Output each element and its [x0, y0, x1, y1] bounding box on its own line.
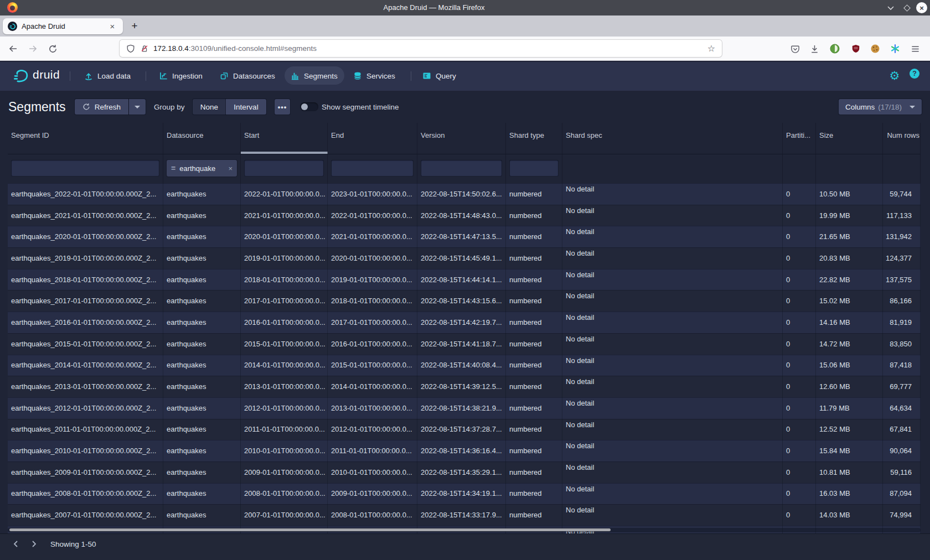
nav-load-data[interactable]: Load data	[84, 61, 131, 91]
back-icon[interactable]	[6, 42, 19, 55]
cell-partition[interactable]: 0	[783, 397, 816, 419]
cell-datasource[interactable]: earthquakes	[163, 247, 241, 269]
table-row[interactable]: earthquakes_2022-01-01T00:00:00.000Z_2..…	[8, 183, 921, 205]
cell-start[interactable]: 2021-01-01T00:00:00.0...	[241, 205, 328, 226]
cell-shard-spec[interactable]: No detail	[562, 247, 783, 269]
cell-shard-spec[interactable]: No detail	[562, 355, 783, 376]
cell-datasource[interactable]: earthquakes	[163, 483, 241, 505]
cell-shard-type[interactable]: numbered	[506, 269, 562, 291]
cell-segment-id[interactable]: earthquakes_2014-01-01T00:00:00.000Z_2..…	[8, 355, 163, 376]
cell-end[interactable]: 2012-01-01T00:00:00.0...	[328, 419, 417, 440]
cell-segment-id[interactable]: earthquakes_2007-01-01T00:00:00.000Z_2..…	[8, 504, 163, 526]
help-icon[interactable]: ?	[910, 69, 919, 79]
nav-ingestion[interactable]: Ingestion	[159, 61, 203, 91]
cell-end[interactable]: 2020-01-01T00:00:00.0...	[328, 247, 417, 269]
group-by-none-button[interactable]: None	[193, 99, 226, 115]
cell-end[interactable]: 2008-01-01T00:00:00.0...	[328, 504, 417, 526]
cell-size[interactable]: 15.06 MB	[816, 355, 883, 376]
cell-version[interactable]: 2022-08-15T14:44:14.1...	[417, 269, 506, 291]
cell-num-rows[interactable]: 124,377	[883, 247, 921, 269]
druid-brand-text[interactable]: druid	[33, 68, 60, 81]
cell-shard-type[interactable]: numbered	[506, 226, 562, 247]
table-row[interactable]: earthquakes_2016-01-01T00:00:00.000Z_2..…	[8, 312, 921, 333]
window-maximize-button[interactable]	[905, 0, 910, 15]
table-row[interactable]: earthquakes_2010-01-01T00:00:00.000Z_2..…	[8, 440, 921, 462]
cell-start[interactable]: 2013-01-01T00:00:00.0...	[241, 376, 328, 397]
cell-shard-type[interactable]: numbered	[506, 355, 562, 376]
refresh-dropdown-button[interactable]	[129, 99, 146, 115]
cell-start[interactable]: 2008-01-01T00:00:00.0...	[241, 483, 328, 505]
cell-size[interactable]: 21.65 MB	[816, 226, 883, 247]
cell-start[interactable]: 2012-01-01T00:00:00.0...	[241, 397, 328, 419]
cell-end[interactable]: 2011-01-01T00:00:00.0...	[328, 440, 417, 462]
cell-partition[interactable]: 0	[783, 183, 816, 205]
cell-segment-id[interactable]: earthquakes_2017-01-01T00:00:00.000Z_2..…	[8, 290, 163, 312]
cell-version[interactable]: 2022-08-15T14:37:28.7...	[417, 419, 506, 440]
column-header-size[interactable]: Size	[816, 123, 883, 154]
refresh-button[interactable]: Refresh	[75, 99, 128, 115]
cell-partition[interactable]: 0	[783, 333, 816, 355]
cell-partition[interactable]: 0	[783, 226, 816, 247]
cell-version[interactable]: 2022-08-15T14:36:16.4...	[417, 440, 506, 462]
cell-shard-type[interactable]: numbered	[506, 290, 562, 312]
cell-partition[interactable]: 0	[783, 483, 816, 505]
cell-version[interactable]: 2022-08-15T14:41:18.7...	[417, 333, 506, 355]
group-by-interval-button[interactable]: Interval	[226, 99, 266, 115]
hamburger-menu-icon[interactable]	[908, 42, 922, 55]
cell-datasource[interactable]: earthquakes	[163, 462, 241, 483]
cell-version[interactable]: 2022-08-15T14:50:02.6...	[417, 183, 506, 205]
cell-partition[interactable]: 0	[783, 312, 816, 333]
cell-size[interactable]: 12.60 MB	[816, 376, 883, 397]
cell-start[interactable]: 2011-01-01T00:00:00.0...	[241, 419, 328, 440]
columns-button[interactable]: Columns (17/18)	[839, 99, 922, 115]
column-header-shard-type[interactable]: Shard type	[506, 123, 562, 154]
cell-start[interactable]: 2022-01-01T00:00:00.0...	[241, 183, 328, 205]
table-row[interactable]: earthquakes_2018-01-01T00:00:00.000Z_2..…	[8, 269, 921, 291]
window-minimize-button[interactable]	[887, 0, 895, 15]
cell-start[interactable]: 2009-01-01T00:00:00.0...	[241, 462, 328, 483]
cell-partition[interactable]: 0	[783, 247, 816, 269]
cell-num-rows[interactable]: 131,942	[883, 226, 921, 247]
cell-version[interactable]: 2022-08-15T14:33:17.9...	[417, 504, 506, 526]
nav-segments[interactable]: Segments	[291, 61, 338, 91]
cell-datasource[interactable]: earthquakes	[163, 355, 241, 376]
filter-input-start[interactable]	[244, 160, 324, 177]
cell-shard-type[interactable]: numbered	[506, 312, 562, 333]
cell-shard-spec[interactable]: No detail	[562, 376, 783, 397]
table-row[interactable]: earthquakes_2008-01-01T00:00:00.000Z_2..…	[8, 483, 921, 505]
cell-datasource[interactable]: earthquakes	[163, 226, 241, 247]
table-row[interactable]: earthquakes_2009-01-01T00:00:00.000Z_2..…	[8, 462, 921, 483]
cell-shard-type[interactable]: numbered	[506, 376, 562, 397]
table-row[interactable]: earthquakes_2011-01-01T00:00:00.000Z_2..…	[8, 419, 921, 440]
cookie-icon[interactable]	[869, 42, 882, 55]
cell-num-rows[interactable]: 117,133	[883, 205, 921, 226]
cell-shard-spec[interactable]: No detail	[562, 440, 783, 462]
cell-datasource[interactable]: earthquakes	[163, 397, 241, 419]
cell-shard-spec[interactable]: No detail	[562, 419, 783, 440]
cell-shard-type[interactable]: numbered	[506, 419, 562, 440]
cell-start[interactable]: 2010-01-01T00:00:00.0...	[241, 440, 328, 462]
horizontal-scrollbar[interactable]	[8, 528, 921, 532]
segment-timeline-toggle[interactable]	[300, 102, 318, 111]
cell-num-rows[interactable]: 86,166	[883, 290, 921, 312]
table-row[interactable]: earthquakes_2019-01-01T00:00:00.000Z_2..…	[8, 247, 921, 269]
cell-segment-id[interactable]: earthquakes_2015-01-01T00:00:00.000Z_2..…	[8, 333, 163, 355]
cell-segment-id[interactable]: earthquakes_2018-01-01T00:00:00.000Z_2..…	[8, 269, 163, 291]
cell-version[interactable]: 2022-08-15T14:34:19.1...	[417, 483, 506, 505]
column-header-start[interactable]: Start	[241, 123, 328, 154]
forward-icon[interactable]	[27, 42, 40, 55]
cell-end[interactable]: 2013-01-01T00:00:00.0...	[328, 397, 417, 419]
cell-end[interactable]: 2021-01-01T00:00:00.0...	[328, 226, 417, 247]
cell-shard-spec[interactable]: No detail	[562, 504, 783, 526]
filter-input-end[interactable]	[331, 160, 414, 177]
cell-size[interactable]: 10.50 MB	[816, 183, 883, 205]
cell-size[interactable]: 19.99 MB	[816, 205, 883, 226]
cell-start[interactable]: 2017-01-01T00:00:00.0...	[241, 290, 328, 312]
cell-shard-spec[interactable]: No detail	[562, 462, 783, 483]
column-header-end[interactable]: End	[328, 123, 417, 154]
cell-end[interactable]: 2010-01-01T00:00:00.0...	[328, 462, 417, 483]
cell-partition[interactable]: 0	[783, 205, 816, 226]
cell-datasource[interactable]: earthquakes	[163, 269, 241, 291]
remove-filter-icon[interactable]: ×	[228, 164, 232, 173]
cell-num-rows[interactable]: 137,575	[883, 269, 921, 291]
